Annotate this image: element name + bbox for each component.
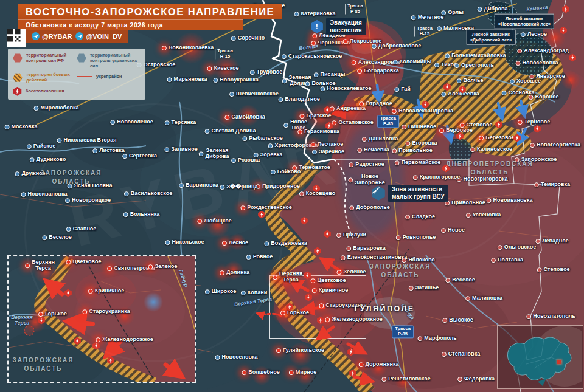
map-title: ВОСТОЧНО-ЗАПОРОЖСКОЕ НАПРАВЛЕНИЕ (18, 4, 282, 19)
clash-icon (442, 165, 450, 173)
clash-icon (317, 317, 325, 325)
telegram-icon (75, 32, 83, 40)
clash-icon (569, 54, 577, 62)
clash-icon (324, 230, 332, 238)
telegram-handle-rybar: @RYBAR (32, 32, 72, 40)
clash-icon (459, 86, 467, 94)
clash-icon (562, 5, 570, 13)
clash-icon (74, 337, 82, 345)
forest-reserve-label-1: Лесной заказник«Новопавловский лес» (495, 14, 554, 29)
clash-icon (286, 303, 294, 311)
clash-icon (534, 125, 541, 133)
telegram-handle-voindv: @VOIN_DV (75, 32, 122, 40)
vsu-zone-callout: Зона активностималых групп ВСУ (371, 185, 448, 202)
ukraine-minimap (497, 325, 583, 389)
map-subtitle: Обстановка к исходу 7 марта 2026 года (18, 19, 243, 30)
clash-icon (422, 101, 429, 109)
clash-icon (347, 348, 355, 356)
evacuation-callout-text: Эвакуациянаселения (326, 18, 366, 35)
title-banner: ВОСТОЧНО-ЗАПОРОЖСКОЕ НАПРАВЛЕНИЕ Обстано… (18, 4, 282, 30)
clash-icon (349, 370, 357, 377)
legend-item-rf-control: территориальный контроль сил РФ (13, 53, 77, 64)
legend-item-fortified-line: укрепрайон (77, 72, 141, 80)
clash-icon (443, 83, 451, 91)
situation-map: БерестовоеКатериновкаСорочиноНовониколае… (0, 0, 584, 392)
clash-icon (301, 217, 308, 225)
clash-icon (324, 106, 332, 114)
qr-code (7, 29, 26, 47)
clash-icon (456, 132, 464, 140)
clash-icon (64, 289, 72, 297)
legend-item-clashes: боестолкновения (13, 87, 141, 96)
clash-icon (560, 27, 568, 35)
fortified-line-icon (77, 76, 92, 77)
minimap-region-marker (557, 360, 561, 364)
rifle-icon (371, 186, 386, 201)
telegram-bar: @RYBAR @VOIN_DV (26, 30, 128, 43)
clash-icon (325, 122, 333, 130)
ua-control-icon (77, 53, 86, 63)
evacuation-callout: ! Эвакуациянаселения (310, 18, 366, 35)
clash-icon (513, 134, 521, 142)
legend-item-ua-control: территориальный контроль украинских сил (77, 53, 141, 69)
clash-icon (304, 272, 311, 280)
clash-icon (313, 185, 321, 193)
legend-item-combat-zone: территория боевых действий (13, 72, 77, 83)
warning-icon: ! (310, 20, 324, 33)
clash-icon (305, 294, 313, 301)
clash-icon (38, 317, 46, 325)
clash-icon (258, 211, 266, 219)
telegram-icon (32, 32, 40, 40)
combat-zone-icon (13, 73, 23, 82)
forest-reserve-label-2: Лесной заказник«Дибровский лес» (467, 30, 516, 45)
vsu-zone-callout-text: Зона активностималых групп ВСУ (388, 185, 448, 202)
clash-legend-icon (13, 87, 22, 96)
clash-icon (107, 357, 115, 365)
map-legend: территориальный контроль сил РФ территор… (8, 49, 145, 100)
clash-icon (314, 247, 322, 255)
clash-icon (495, 121, 503, 129)
clash-icon (92, 342, 100, 350)
rf-control-icon (13, 53, 23, 63)
